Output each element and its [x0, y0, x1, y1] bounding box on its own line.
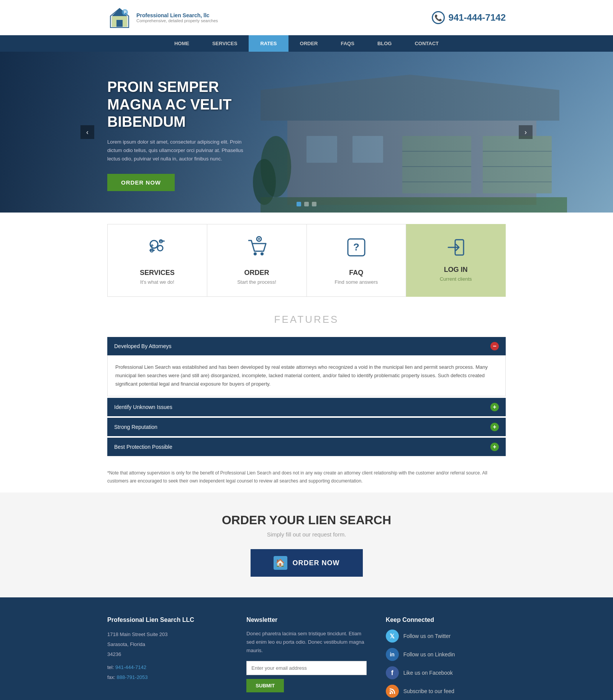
social-linkedin[interactable]: in Follow us on Linkedin [386, 648, 506, 661]
feature-box-faq[interactable]: ? FAQ Find some answers [307, 224, 406, 297]
nav-faqs[interactable]: FAQS [329, 35, 366, 52]
header: P Professional Lien Search, llc Comprehe… [0, 0, 613, 35]
footer-newsletter-col: Newsletter Donec pharetra lacinia sem tr… [246, 617, 366, 700]
hero-content: PROIN SEMPER MAGNA AC VELIT BIBENDUM Lor… [0, 52, 253, 191]
order-btn-icon: 🏠 [274, 556, 287, 570]
accordion-toggle-1: − [490, 342, 499, 350]
accordion-item-4: Best Protection Possible + [107, 438, 506, 456]
hero-cta-button[interactable]: ORDER NOW [107, 174, 175, 191]
newsletter-email-input[interactable] [246, 661, 366, 675]
svg-point-31 [261, 252, 264, 255]
svg-text:P: P [124, 10, 126, 15]
hero-title: PROIN SEMPER MAGNA AC VELIT BIBENDUM [107, 79, 253, 131]
footer-address-1: 1718 Main Street Suite 203 [107, 630, 227, 639]
phone-area[interactable]: 📞 941-444-7142 [432, 11, 506, 24]
order-section: ORDER YOUR LIEN SEARCH Simply fill out o… [0, 492, 613, 597]
accordion-toggle-3: + [490, 423, 499, 431]
feature-box-services[interactable]: SERVICES It's what we do! [107, 224, 207, 297]
twitter-label: Follow us on Twitter [403, 633, 451, 639]
logo-icon: P [107, 5, 132, 30]
rss-icon [386, 685, 399, 698]
footer-company-col: Professional Lien Search LLC 1718 Main S… [107, 617, 227, 700]
phone-number: 941-444-7142 [449, 12, 506, 23]
nav-blog[interactable]: BLOG [366, 35, 403, 52]
footer-fax: fax: 888-791-2053 [107, 672, 227, 682]
svg-point-30 [254, 252, 257, 255]
accordion-title-3: Strong Reputation [114, 424, 157, 430]
hero-prev-button[interactable]: ‹ [80, 125, 94, 139]
svg-rect-3 [116, 20, 123, 27]
features-section: FEATURES Developed By Attorneys − Profes… [0, 297, 613, 465]
phone-icon: 📞 [432, 11, 445, 24]
hero-dots [297, 202, 316, 206]
footer-tel-link[interactable]: 941-444-7142 [115, 664, 146, 670]
disclaimer: *Note that attorney supervision is only … [0, 465, 613, 492]
accordion-header-1[interactable]: Developed By Attorneys − [107, 337, 506, 355]
accordion-header-3[interactable]: Strong Reputation + [107, 418, 506, 436]
footer: Professional Lien Search LLC 1718 Main S… [0, 597, 613, 700]
order-section-title: ORDER YOUR LIEN SEARCH [107, 513, 506, 527]
social-twitter[interactable]: 𝕏 Follow us on Twitter [386, 630, 506, 643]
facebook-icon: f [386, 666, 399, 679]
order-title: ORDER [244, 269, 269, 277]
accordion-item-1: Developed By Attorneys − Professional Li… [107, 337, 506, 396]
footer-tel: tel: 941-444-7142 [107, 662, 227, 672]
accordion-title-2: Identify Unknown Issues [114, 404, 172, 410]
services-icon [146, 236, 169, 263]
feature-box-login[interactable]: LOG IN Current clients [406, 224, 506, 297]
order-btn-label: ORDER NOW [293, 559, 340, 567]
faq-title: FAQ [349, 269, 363, 277]
accordion-body-1: Professional Lien Search was established… [107, 355, 506, 396]
services-title: SERVICES [140, 269, 175, 277]
order-subtitle: Start the process! [237, 279, 276, 285]
nav-contact[interactable]: CONTACT [403, 35, 450, 52]
hero-description: Lorem ipsum dolor sit amet, consectetur … [107, 138, 253, 163]
newsletter-submit-button[interactable]: SUBMIT [246, 679, 284, 692]
footer-newsletter-title: Newsletter [246, 617, 366, 623]
accordion-header-2[interactable]: Identify Unknown Issues + [107, 398, 506, 416]
footer-grid: Professional Lien Search LLC 1718 Main S… [107, 617, 506, 700]
linkedin-label: Follow us on Linkedin [403, 651, 455, 657]
social-rss[interactable]: Subscribe to our feed [386, 685, 506, 698]
nav-home[interactable]: HOME [163, 35, 201, 52]
accordion-item-3: Strong Reputation + [107, 418, 506, 436]
order-section-subtitle: Simply fill out our request form. [107, 531, 506, 538]
order-icon [245, 236, 268, 263]
linkedin-icon: in [386, 648, 399, 661]
social-facebook[interactable]: f Like us on Facebook [386, 666, 506, 679]
services-subtitle: It's what we do! [140, 279, 174, 285]
svg-point-24 [150, 240, 158, 248]
nav-services[interactable]: SERVICES [201, 35, 249, 52]
svg-point-25 [157, 245, 163, 251]
footer-social-col: Keep Connected 𝕏 Follow us on Twitter in… [386, 617, 506, 700]
logo[interactable]: P Professional Lien Search, llc Comprehe… [107, 5, 218, 30]
order-section-button[interactable]: 🏠 ORDER NOW [251, 549, 363, 577]
faq-subtitle: Find some answers [335, 279, 378, 285]
features-title: FEATURES [107, 314, 506, 325]
accordion-header-4[interactable]: Best Protection Possible + [107, 438, 506, 456]
rss-label: Subscribe to our feed [403, 688, 454, 694]
hero-dot-3[interactable] [312, 202, 316, 206]
logo-text: Professional Lien Search, llc Comprehens… [136, 12, 218, 23]
accordion-title-1: Developed By Attorneys [114, 343, 171, 349]
main-nav: HOME SERVICES RATES ORDER FAQS BLOG CONT… [0, 35, 613, 52]
hero-section: PROIN SEMPER MAGNA AC VELIT BIBENDUM Lor… [0, 52, 613, 213]
hero-dot-1[interactable] [297, 202, 301, 206]
footer-address-2: Sarasota, Florida [107, 639, 227, 649]
faq-icon: ? [345, 236, 368, 263]
hero-next-button[interactable]: › [519, 125, 533, 139]
facebook-label: Like us on Facebook [403, 670, 453, 676]
login-icon [444, 236, 467, 260]
accordion-toggle-4: + [490, 443, 499, 451]
footer-fax-link[interactable]: 888-791-2053 [117, 674, 148, 680]
accordion-toggle-2: + [490, 403, 499, 411]
svg-text:?: ? [353, 241, 359, 253]
nav-rates[interactable]: RATES [249, 35, 288, 52]
login-subtitle: Current clients [440, 276, 472, 282]
nav-order[interactable]: ORDER [288, 35, 329, 52]
feature-boxes: SERVICES It's what we do! ORDER Start th… [0, 213, 613, 297]
hero-dot-2[interactable] [304, 202, 309, 206]
login-title: LOG IN [444, 266, 468, 274]
footer-company-name: Professional Lien Search LLC [107, 617, 227, 623]
feature-box-order[interactable]: ORDER Start the process! [207, 224, 307, 297]
